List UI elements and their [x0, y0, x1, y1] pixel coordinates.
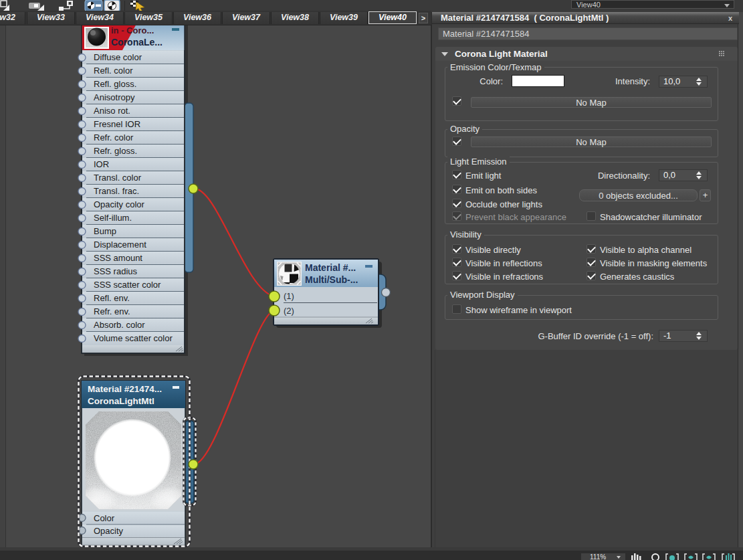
svg-text:Transl. color: Transl. color [94, 173, 142, 183]
svg-text:SSS amount: SSS amount [94, 253, 142, 263]
svg-text:Material #...: Material #... [305, 262, 356, 273]
svg-text:Fresnel IOR: Fresnel IOR [94, 119, 140, 129]
svg-text:Refr. color: Refr. color [94, 132, 134, 143]
svg-text:Opacity: Opacity [94, 526, 124, 536]
svg-text:Self-illum.: Self-illum. [94, 213, 132, 223]
svg-text:Aniso rot.: Aniso rot. [94, 106, 130, 116]
svg-text:IOR: IOR [94, 159, 109, 169]
svg-text:in - Coro...: in - Coro... [111, 25, 154, 35]
svg-text:Opacity color: Opacity color [94, 199, 145, 209]
svg-text:Refr. gloss.: Refr. gloss. [94, 146, 137, 156]
svg-text:Diffuse color: Diffuse color [94, 52, 142, 62]
svg-text:Absorb. color: Absorb. color [94, 320, 145, 330]
svg-text:Multi/Sub-...: Multi/Sub-... [305, 274, 358, 285]
svg-text:SSS radius: SSS radius [94, 266, 138, 276]
svg-text:(2): (2) [284, 306, 294, 316]
svg-text:SSS scatter color: SSS scatter color [94, 280, 161, 290]
svg-text:Anisotropy: Anisotropy [94, 92, 135, 102]
svg-text:Displacement: Displacement [94, 240, 146, 250]
svg-text:Bump: Bump [94, 226, 116, 236]
svg-text:Refl. gloss.: Refl. gloss. [94, 79, 136, 89]
svg-text:CoronaLe...: CoronaLe... [111, 37, 163, 48]
svg-text:(1): (1) [284, 291, 294, 301]
svg-text:Volume scatter color: Volume scatter color [94, 333, 173, 343]
svg-text:Refl. color: Refl. color [94, 66, 133, 76]
svg-text:CoronaLightMtl: CoronaLightMtl [88, 396, 154, 406]
svg-text:Refl. env.: Refl. env. [94, 293, 130, 303]
svg-text:Refr. env.: Refr. env. [94, 306, 130, 316]
svg-text:Transl. frac.: Transl. frac. [94, 186, 139, 196]
svg-text:Material #21474...: Material #21474... [88, 384, 162, 394]
svg-text:Color: Color [94, 513, 115, 523]
